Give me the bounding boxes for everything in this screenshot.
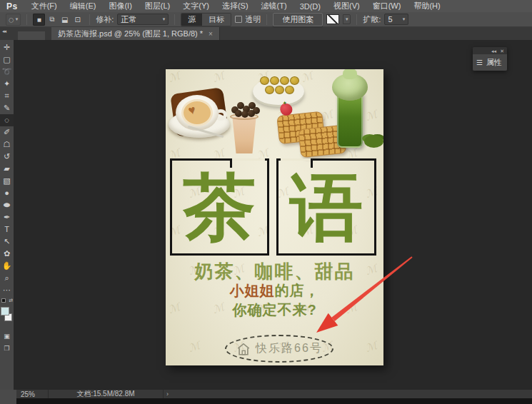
menu-image[interactable]: 图像(I) — [102, 0, 138, 12]
properties-label: 属性 — [486, 57, 502, 68]
use-pattern-button[interactable]: 使用图案 — [273, 13, 323, 26]
bubble-tea-pearls — [229, 101, 261, 116]
dessert-balls-image — [257, 75, 301, 95]
close-tab-icon[interactable]: × — [209, 30, 213, 38]
latte-foam — [181, 99, 213, 126]
chevron-down-icon: ▾ — [163, 16, 166, 22]
status-expand-icon[interactable]: › — [166, 390, 169, 398]
bottom-tool-list: ▣❐ — [0, 330, 14, 355]
address-text: 快乐路66号 — [256, 341, 323, 356]
edit-toolbar-button[interactable]: ⋯ — [0, 284, 14, 296]
collapse-panel-icon[interactable]: ◂◂ — [491, 49, 496, 54]
patch-tool[interactable]: ◌ — [0, 114, 14, 126]
slogan-line1: 奶茶、咖啡、甜品 — [166, 259, 383, 284]
transparent-checkbox[interactable] — [235, 16, 242, 23]
tea-character: 茶 — [184, 171, 256, 243]
language-character-frame: 语 — [276, 158, 376, 256]
quick-selection-tool[interactable]: ✦ — [0, 78, 14, 90]
menu-window[interactable]: 窗口(W) — [366, 0, 408, 12]
patch-mode-select[interactable]: 正常 ▾ — [117, 14, 169, 25]
strawberry-leaf: ✦ — [282, 100, 288, 107]
tool-options-bar: ◌ ▾ ■⧉⬓⊡ 修补: 正常 ▾ 源 目标 透明 使用图案 ▾ 扩散: 5 ▾ — [0, 12, 532, 27]
type-tool[interactable]: T — [0, 223, 14, 236]
photoshop-window: Ps 文件(F)编辑(E)图像(I)图层(L)文字(Y)选择(S)滤镜(T)3D… — [0, 0, 532, 404]
chevron-down-icon: ▾ — [403, 16, 406, 22]
mode-subtract-selection[interactable]: ⬓ — [59, 14, 71, 26]
screen-mode-button[interactable]: ❐ — [0, 343, 14, 355]
close-panel-icon[interactable]: ✕ — [500, 49, 504, 54]
address-selection-marquee[interactable]: 快乐路66号 — [225, 335, 333, 363]
zoom-level-field[interactable]: 25% — [21, 390, 48, 398]
chevron-down-icon: ▾ — [16, 16, 19, 22]
document-title: 奶茶店海报.psd @ 25% (图层 1, RGB/8) * — [58, 29, 203, 39]
source-destination-group: 源 目标 — [181, 13, 231, 26]
menu-file[interactable]: 文件(F) — [25, 0, 64, 12]
mode-intersect-selection[interactable]: ⊡ — [71, 14, 84, 26]
status-corner — [0, 390, 16, 404]
gradient-tool[interactable]: ▧ — [0, 175, 14, 187]
color-control: ⇄ — [0, 298, 14, 330]
diffusion-input[interactable]: 5 ▾ — [384, 14, 408, 25]
document-tab[interactable]: 奶茶店海报.psd @ 25% (图层 1, RGB/8) * × — [51, 27, 220, 40]
properties-panel: ◂◂ ✕ ☰ 属性 — [473, 47, 507, 71]
window-bottom-edge — [16, 398, 532, 404]
menu-edit[interactable]: 编辑(E) — [64, 0, 103, 12]
tool-preset-picker[interactable]: ◌ ▾ — [6, 14, 21, 26]
marquee-tool[interactable]: ▢ — [0, 54, 14, 66]
diffusion-label: 扩散: — [363, 14, 381, 25]
hand-tool[interactable]: ✋ — [0, 260, 14, 272]
menu-type[interactable]: 文字(Y) — [176, 0, 216, 12]
zoom-tool[interactable]: ⌕ — [0, 272, 14, 284]
menu-help[interactable]: 帮助(H) — [407, 0, 446, 12]
move-tool[interactable]: ✛ — [0, 41, 14, 54]
clone-stamp-tool[interactable]: ☖ — [0, 138, 14, 151]
divider — [266, 14, 267, 25]
slogan-line2: 小姐姐的店， — [166, 281, 383, 301]
eyedropper-tool[interactable]: ✎ — [0, 102, 14, 114]
tool-list: ✛▢➰✦⌗✎◌✐☖↺▰▧●⬬✒T↖✿✋⌕⋯ — [0, 41, 14, 296]
source-button[interactable]: 源 — [181, 14, 202, 26]
mode-add-selection[interactable]: ⧉ — [46, 14, 58, 26]
shape-tool[interactable]: ✿ — [0, 248, 14, 260]
chevron-down-icon: ▾ — [346, 16, 348, 22]
swap-colors-icon[interactable]: ⇄ — [9, 298, 13, 303]
quick-mask-button[interactable]: ▣ — [0, 330, 14, 343]
pen-tool[interactable]: ✒ — [0, 211, 14, 223]
photoshop-logo: Ps — [0, 1, 25, 11]
matcha-cream-dollop — [343, 69, 357, 79]
dodge-tool[interactable]: ⬬ — [0, 199, 14, 211]
default-colors-icon[interactable] — [1, 298, 6, 303]
properties-panel-header: ◂◂ ✕ — [473, 47, 507, 54]
transparent-option[interactable]: 透明 — [235, 14, 261, 25]
slogan-line3: 你确定不来? — [166, 301, 383, 320]
crop-tool[interactable]: ⌗ — [0, 90, 14, 102]
status-bar: 25% 文档:15.5M/82.8M › — [16, 390, 532, 398]
lasso-tool[interactable]: ➰ — [0, 66, 14, 78]
menu-bar: Ps 文件(F)编辑(E)图像(I)图层(L)文字(Y)选择(S)滤镜(T)3D… — [0, 0, 532, 12]
house-icon — [236, 342, 251, 356]
blur-tool[interactable]: ● — [0, 187, 14, 199]
menu-layer[interactable]: 图层(L) — [139, 0, 176, 12]
mode-new-selection[interactable]: ■ — [33, 14, 45, 26]
tea-character-frame: 茶 — [170, 158, 269, 256]
brush-tool[interactable]: ✐ — [0, 126, 14, 138]
history-brush-tool[interactable]: ↺ — [0, 151, 14, 163]
menu-view[interactable]: 视图(V) — [327, 0, 366, 12]
document-canvas[interactable]: ℳℳℳℳℳℳℳℳℳℳℳℳℳℳℳℳℳℳℳℳℳℳℳℳℳℳℳℳℳℳℳℳℳℳℳℳℳℳℳℳ… — [166, 69, 383, 365]
document-size-field: 文档:15.5M/82.8M — [48, 390, 164, 398]
foreground-color-swatch[interactable] — [1, 307, 9, 315]
dock-header-stub — [18, 31, 45, 40]
pattern-picker-dropdown[interactable]: ▾ — [343, 14, 351, 24]
language-character: 语 — [290, 171, 363, 243]
path-selection-tool[interactable]: ↖ — [0, 236, 14, 248]
toolbar-collapse-icon[interactable]: ◂◂ — [2, 29, 6, 34]
menu-filter[interactable]: 滤镜(T) — [255, 0, 293, 12]
eraser-tool[interactable]: ▰ — [0, 163, 14, 175]
properties-panel-tab[interactable]: ☰ 属性 — [473, 54, 507, 71]
destination-button[interactable]: 目标 — [202, 14, 231, 26]
menu-3d[interactable]: 3D(D) — [293, 0, 327, 12]
menu-select[interactable]: 选择(S) — [216, 0, 255, 12]
divider — [26, 14, 27, 25]
selection-mode-group: ■⧉⬓⊡ — [33, 14, 84, 26]
pattern-swatch[interactable] — [326, 14, 339, 24]
